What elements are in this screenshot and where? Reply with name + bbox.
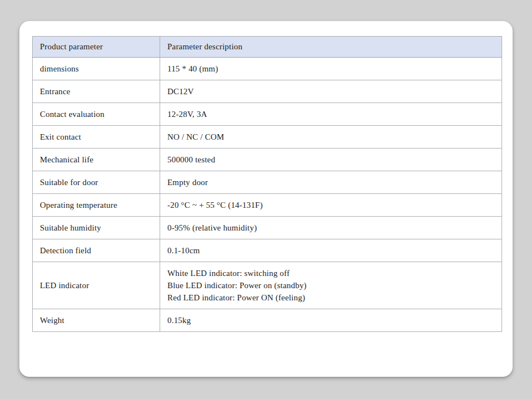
table-header-row: Product parameter Parameter description (33, 37, 502, 58)
content-card: Product parameter Parameter description … (19, 21, 513, 377)
param-description-cell: -20 °C ~ + 55 °C (14-131F) (160, 194, 502, 217)
table-row: Detection field0.1-10cm (33, 239, 502, 262)
param-description-cell: 115 * 40 (mm) (160, 58, 502, 80)
table-row: Operating temperature-20 °C ~ + 55 °C (1… (33, 194, 502, 217)
table-row: Exit contactNO / NC / COM (33, 126, 502, 149)
param-description-cell: NO / NC / COM (160, 126, 502, 149)
param-name-cell: Weight (33, 309, 160, 332)
table-row: EntranceDC12V (33, 80, 502, 103)
param-description-cell: White LED indicator: switching off Blue … (160, 262, 502, 309)
param-name-cell: Contact evaluation (33, 103, 160, 126)
param-description-cell: 0.15kg (160, 309, 502, 332)
param-name-cell: Detection field (33, 239, 160, 262)
table-row: Mechanical life500000 tested (33, 149, 502, 171)
param-description-cell: 12-28V, 3A (160, 103, 502, 126)
table-row: Suitable for doorEmpty door (33, 171, 502, 194)
table-row: dimensions115 * 40 (mm) (33, 58, 502, 80)
param-description-cell: Empty door (160, 171, 502, 194)
param-name-cell: Suitable for door (33, 171, 160, 194)
param-name-cell: Operating temperature (33, 194, 160, 217)
header-product-parameter: Product parameter (33, 37, 160, 58)
param-name-cell: Suitable humidity (33, 217, 160, 239)
product-parameter-table: Product parameter Parameter description … (32, 36, 502, 332)
table-row: LED indicatorWhite LED indicator: switch… (33, 262, 502, 309)
param-name-cell: Entrance (33, 80, 160, 103)
param-name-cell: Exit contact (33, 126, 160, 149)
table-body: dimensions115 * 40 (mm)EntranceDC12VCont… (33, 58, 502, 332)
table-row: Suitable humidity0-95% (relative humidit… (33, 217, 502, 239)
param-description-cell: DC12V (160, 80, 502, 103)
header-parameter-description: Parameter description (160, 37, 502, 58)
param-description-cell: 0-95% (relative humidity) (160, 217, 502, 239)
param-name-cell: Mechanical life (33, 149, 160, 171)
table-row: Contact evaluation12-28V, 3A (33, 103, 502, 126)
param-name-cell: LED indicator (33, 262, 160, 309)
param-name-cell: dimensions (33, 58, 160, 80)
param-description-cell: 500000 tested (160, 149, 502, 171)
param-description-cell: 0.1-10cm (160, 239, 502, 262)
table-row: Weight0.15kg (33, 309, 502, 332)
